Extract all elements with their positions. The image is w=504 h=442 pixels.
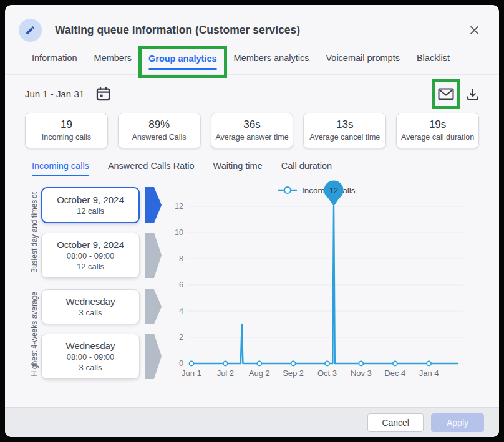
toolbar-actions (432, 87, 480, 102)
stat-value: 36s (214, 118, 291, 131)
tab-bar: Information Members Group analytics Memb… (5, 42, 499, 75)
svg-text:8: 8 (179, 254, 183, 263)
card-title: Wednesday (66, 296, 115, 307)
stat-value: 19s (399, 118, 476, 131)
highest-average-group: Highest 4-weeks average Wednesday 3 call… (27, 289, 162, 379)
card-calls: 3 calls (79, 363, 102, 372)
dialog-header: Waiting queue information (Customer serv… (5, 5, 499, 42)
annotation-box-group-analytics: Group analytics (138, 46, 227, 78)
svg-text:12: 12 (175, 202, 183, 211)
tab-information[interactable]: Information (32, 53, 77, 63)
stat-label: Average call duration (399, 133, 476, 142)
card-calls: 3 calls (79, 308, 102, 317)
busiest-day-row: October 9, 2024 12 calls (41, 187, 162, 223)
subtab-call-duration[interactable]: Call duration (281, 161, 332, 176)
calendar-icon (95, 85, 112, 102)
highest-average-group-label: Highest 4-weeks average (30, 292, 39, 376)
highest-average-timeslot-row: Wednesday 08:00 - 09:00 3 calls (41, 334, 162, 379)
highest-average-day-card[interactable]: Wednesday 3 calls (41, 289, 140, 324)
close-button[interactable] (466, 22, 483, 39)
card-title: Wednesday (66, 340, 115, 351)
close-icon (468, 24, 480, 36)
stats-row: 19 Incoming calls 89% Answered Calls 36s… (25, 113, 479, 148)
svg-text:Jul 2: Jul 2 (217, 368, 234, 378)
date-picker-button[interactable] (95, 85, 112, 102)
card-calls: 12 calls (77, 262, 104, 271)
dialog-title: Waiting queue information (Customer serv… (55, 24, 300, 37)
svg-text:Jan 4: Jan 4 (419, 368, 439, 378)
envelope-icon (438, 87, 454, 101)
tab-blacklist[interactable]: Blacklist (417, 53, 450, 63)
stat-value: 13s (306, 118, 383, 131)
card-timeslot: 08:00 - 09:00 (67, 251, 115, 261)
svg-text:Jun 1: Jun 1 (182, 368, 201, 378)
svg-text:12: 12 (329, 186, 338, 195)
chart-area: 024681012Jun 1Jul 2Aug 2Sep 2Oct 3Nov 3D… (165, 180, 499, 407)
subtab-answered-calls-ratio[interactable]: Answered Calls Ratio (108, 161, 195, 176)
svg-text:0: 0 (179, 359, 183, 368)
arrow-right-icon (145, 187, 162, 223)
highest-average-timeslot-card[interactable]: Wednesday 08:00 - 09:00 3 calls (41, 334, 140, 379)
svg-text:4: 4 (179, 307, 183, 315)
subtab-incoming-calls[interactable]: Incoming calls (32, 161, 89, 176)
busiest-day-group: Busiest day and timeslot October 9, 2024… (27, 187, 162, 278)
analytics-toolbar: Jun 1 - Jan 31 (5, 75, 499, 102)
stat-average-answer-time: 36s Average answer time (211, 113, 294, 148)
apply-button[interactable]: Apply (431, 413, 484, 432)
svg-text:Aug 2: Aug 2 (249, 368, 270, 378)
chart-subtabs: Incoming calls Answered Calls Ratio Wait… (32, 161, 499, 176)
highest-average-day-row: Wednesday 3 calls (41, 289, 162, 324)
stat-label: Average cancel time (306, 133, 383, 142)
subtab-waiting-time[interactable]: Waiting time (213, 161, 263, 176)
busiest-timeslot-row: October 9, 2024 08:00 - 09:00 12 calls (41, 233, 162, 278)
cancel-button[interactable]: Cancel (367, 413, 424, 432)
card-title: October 9, 2024 (57, 195, 124, 205)
tab-voicemail-prompts[interactable]: Voicemail prompts (326, 53, 399, 63)
stat-label: Average answer time (214, 133, 291, 142)
card-timeslot: 08:00 - 09:00 (67, 352, 115, 362)
waiting-queue-dialog: Waiting queue information (Customer serv… (5, 5, 499, 437)
annotation-box-email (432, 79, 460, 109)
incoming-calls-chart[interactable]: 024681012Jun 1Jul 2Aug 2Sep 2Oct 3Nov 3D… (165, 180, 477, 385)
email-report-button[interactable] (438, 87, 454, 101)
busiest-day-group-label: Busiest day and timeslot (30, 192, 39, 273)
date-range-value[interactable]: Jun 1 - Jan 31 (25, 89, 84, 99)
tab-members[interactable]: Members (94, 53, 132, 63)
active-tab-underline (148, 68, 217, 70)
stat-label: Answered Calls (121, 133, 198, 142)
edit-icon (19, 19, 42, 42)
card-title: October 9, 2024 (57, 239, 124, 250)
stat-value: 19 (28, 118, 105, 131)
svg-text:Nov 3: Nov 3 (351, 368, 372, 378)
stat-incoming-calls: 19 Incoming calls (25, 113, 108, 148)
svg-text:6: 6 (179, 281, 183, 289)
tab-group-analytics[interactable]: Group analytics (148, 54, 217, 64)
stat-average-call-duration: 19s Average call duration (396, 113, 479, 148)
arrow-right-icon (145, 334, 162, 379)
analytics-body: Busiest day and timeslot October 9, 2024… (5, 176, 499, 407)
arrow-right-icon (145, 233, 162, 278)
stat-average-cancel-time: 13s Average cancel time (303, 113, 386, 148)
stat-value: 89% (121, 118, 198, 131)
svg-text:Sep 2: Sep 2 (283, 368, 304, 378)
tab-members-analytics[interactable]: Members analytics (234, 53, 309, 63)
download-report-button[interactable] (465, 87, 480, 102)
busiest-timeslot-card[interactable]: October 9, 2024 08:00 - 09:00 12 calls (41, 233, 140, 278)
svg-text:10: 10 (175, 228, 183, 237)
stat-label: Incoming calls (28, 133, 105, 142)
arrow-right-icon (145, 289, 162, 324)
busiest-day-card[interactable]: October 9, 2024 12 calls (41, 187, 140, 223)
svg-text:Oct 3: Oct 3 (317, 368, 337, 378)
dialog-footer: Cancel Apply (5, 407, 499, 437)
download-icon (465, 87, 480, 102)
card-calls: 12 calls (77, 206, 104, 216)
highlights-panel: Busiest day and timeslot October 9, 2024… (27, 180, 162, 407)
svg-text:2: 2 (179, 333, 183, 342)
stat-answered-calls: 89% Answered Calls (118, 113, 201, 148)
svg-text:Dec 4: Dec 4 (384, 368, 405, 378)
